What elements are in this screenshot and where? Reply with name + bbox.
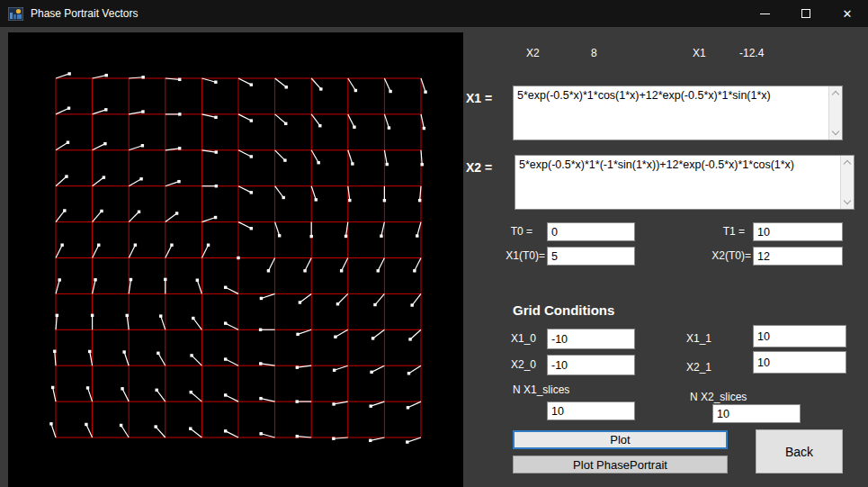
x2-equation-input[interactable]: 5*exp(-0.5*x)*1*(-1*sin(1*x))+12*exp(-0.…: [515, 156, 840, 209]
grid-conditions-heading: Grid Conditions: [513, 302, 614, 318]
app-window: Phase Portrait Vectors ✕ X2 8 X1 -12.4 X…: [0, 0, 868, 487]
close-button[interactable]: ✕: [827, 0, 868, 27]
x2-1-input[interactable]: [753, 351, 846, 374]
plot-button[interactable]: Plot: [513, 430, 728, 449]
t0-input[interactable]: [547, 222, 635, 241]
readout-x1-label: X1: [693, 47, 706, 59]
n-x2-slices-label: N X2_slices: [690, 391, 747, 403]
x1t0-label: X1(T0)=: [493, 249, 545, 262]
window-controls: ✕: [744, 0, 868, 27]
x1-1-label: X1_1: [686, 332, 711, 345]
t0-label: T0 =: [495, 225, 532, 238]
x2-1-label: X2_1: [686, 361, 711, 374]
readout-x1-value: -12.4: [739, 47, 764, 59]
x1-0-input[interactable]: [547, 329, 635, 349]
maximize-icon: [801, 9, 810, 18]
x1-equation-box: 5*exp(-0.5*x)*1*cos(1*x)+12*exp(-0.5*x)*…: [513, 86, 843, 140]
title-bar: Phase Portrait Vectors ✕: [0, 0, 868, 27]
minimize-icon: [760, 14, 770, 14]
readout-x2-value: 8: [591, 47, 597, 59]
x1-equation-input[interactable]: 5*exp(-0.5*x)*1*cos(1*x)+12*exp(-0.5*x)*…: [514, 86, 828, 140]
plot-phaseportrait-button[interactable]: Plot PhasePortrait: [513, 455, 728, 473]
x1-0-label: X1_0: [511, 332, 536, 345]
t1-input[interactable]: [753, 222, 843, 241]
maximize-button[interactable]: [785, 0, 827, 27]
x2-0-input[interactable]: [547, 355, 635, 375]
t1-label: T1 =: [707, 225, 745, 238]
minimize-button[interactable]: [744, 0, 785, 27]
n-x2-slices-input[interactable]: [712, 404, 801, 423]
scroll-up-icon[interactable]: [829, 86, 843, 100]
x1t0-input[interactable]: [547, 247, 635, 266]
x1-equation-scrollbar: [828, 86, 842, 140]
x2-equation-scrollbar: [840, 156, 854, 209]
scroll-down-icon[interactable]: [841, 195, 855, 209]
x2t0-input[interactable]: [753, 247, 843, 266]
x1-equation-label: X1 =: [466, 91, 492, 105]
n-x1-slices-input[interactable]: [547, 401, 635, 420]
vector-field-plot: [8, 32, 463, 487]
back-button[interactable]: Back: [756, 429, 843, 473]
x2-equation-label: X2 =: [466, 160, 492, 175]
n-x1-slices-label: N X1_slices: [513, 383, 569, 396]
scroll-down-icon[interactable]: [829, 126, 843, 140]
window-title: Phase Portrait Vectors: [31, 7, 138, 20]
x1-1-input[interactable]: [753, 325, 846, 347]
vector-field-canvas: [8, 32, 463, 487]
scroll-up-icon[interactable]: [841, 156, 855, 169]
x2-equation-box: 5*exp(-0.5*x)*1*(-1*sin(1*x))+12*exp(-0.…: [515, 155, 855, 210]
x2t0-label: X2(T0)=: [704, 249, 751, 262]
x2-0-label: X2_0: [511, 358, 536, 371]
readout-x2-label: X2: [526, 47, 540, 59]
app-icon: [8, 7, 23, 21]
